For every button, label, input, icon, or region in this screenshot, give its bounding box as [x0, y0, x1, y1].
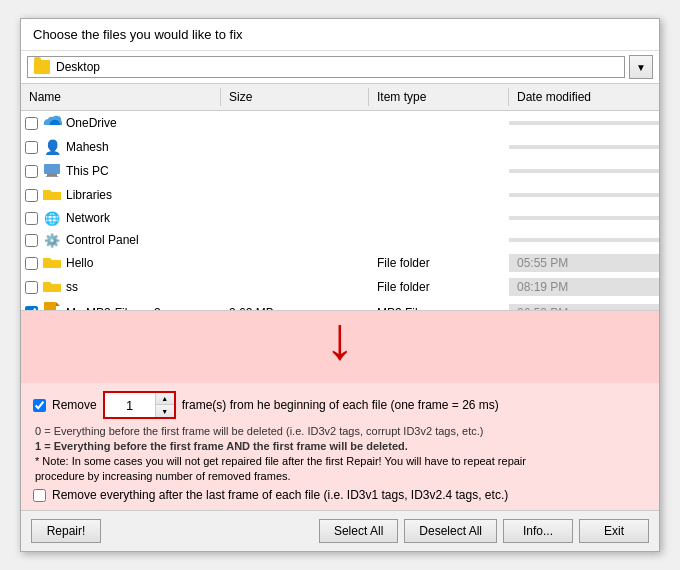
table-row[interactable]: 👤Mahesh	[21, 135, 659, 159]
file-name: Control Panel	[66, 233, 139, 247]
path-text: Desktop	[56, 60, 100, 74]
deselect-all-button[interactable]: Deselect All	[404, 519, 497, 543]
name-cell: 👤Mahesh	[21, 136, 221, 158]
spinner-buttons: ▲ ▼	[155, 393, 174, 417]
name-cell: Hello	[21, 252, 221, 274]
file-list: OneDrive👤Mahesh This PC Libraries🌐Networ…	[21, 111, 659, 311]
table-row[interactable]: This PC	[21, 159, 659, 183]
network-icon: 🌐	[42, 210, 62, 226]
svg-rect-0	[44, 164, 60, 174]
remove-frames-checkbox[interactable]	[33, 399, 46, 412]
file-type	[369, 145, 509, 149]
file-date: 06:53 PM	[509, 304, 659, 312]
file-date	[509, 121, 659, 125]
name-cell: ⚙️Control Panel	[21, 230, 221, 250]
table-row[interactable]: ⚙️Control Panel	[21, 229, 659, 251]
remove-last-checkbox[interactable]	[33, 489, 46, 502]
file-name: Mahesh	[66, 140, 109, 154]
svg-rect-2	[46, 176, 58, 177]
svg-rect-5	[43, 284, 61, 292]
file-date: 05:55 PM	[509, 254, 659, 272]
file-type	[369, 169, 509, 173]
file-type	[369, 238, 509, 242]
folder-icon	[42, 186, 62, 204]
file-size	[221, 261, 369, 265]
file-name: Network	[66, 211, 110, 225]
name-cell: 🌐Network	[21, 208, 221, 228]
file-size	[221, 121, 369, 125]
row-checkbox[interactable]	[25, 212, 38, 225]
file-name: Hello	[66, 256, 93, 270]
file-date	[509, 145, 659, 149]
table-row[interactable]: Libraries	[21, 183, 659, 207]
file-date	[509, 216, 659, 220]
file-type: MP3 File	[369, 304, 509, 312]
row-checkbox[interactable]	[25, 117, 38, 130]
file-size	[221, 169, 369, 173]
svg-marker-7	[56, 302, 60, 306]
file-type: File folder	[369, 254, 509, 272]
row-checkbox[interactable]	[25, 189, 38, 202]
file-type: File folder	[369, 278, 509, 296]
file-size	[221, 193, 369, 197]
folder-icon	[34, 60, 50, 74]
spinner-up[interactable]: ▲	[156, 393, 174, 405]
footer-right: Select All Deselect All Info... Exit	[319, 519, 649, 543]
name-cell: OneDrive	[21, 112, 221, 134]
table-row[interactable]: MP3 My-MP3-File.mp33.62 MBMP3 File06:53 …	[21, 299, 659, 311]
row-checkbox[interactable]	[25, 141, 38, 154]
spinner-down[interactable]: ▼	[156, 405, 174, 417]
row-checkbox[interactable]	[25, 281, 38, 294]
frames-value[interactable]	[105, 396, 155, 415]
arrow-container: ↑	[21, 311, 659, 383]
table-row[interactable]: OneDrive	[21, 111, 659, 135]
repair-button[interactable]: Repair!	[31, 519, 101, 543]
file-date	[509, 238, 659, 242]
info-button[interactable]: Info...	[503, 519, 573, 543]
file-list-container: OneDrive👤Mahesh This PC Libraries🌐Networ…	[21, 111, 659, 311]
info-line-4: procedure by increasing number of remove…	[33, 470, 647, 482]
svg-rect-4	[43, 260, 61, 268]
footer-left: Repair!	[31, 519, 101, 543]
remove-last-row: Remove everything after the last frame o…	[33, 488, 647, 502]
folder-icon	[42, 254, 62, 272]
control-icon: ⚙️	[42, 232, 62, 248]
file-type	[369, 121, 509, 125]
file-type	[369, 193, 509, 197]
onedrive-icon	[42, 114, 62, 132]
after-spinner-text: frame(s) from he beginning of each file …	[182, 398, 499, 412]
svg-rect-1	[47, 174, 57, 176]
exit-button[interactable]: Exit	[579, 519, 649, 543]
remove-label: Remove	[52, 398, 97, 412]
file-name: OneDrive	[66, 116, 117, 130]
info-line-2: 1 = Everything before the first frame AN…	[33, 440, 647, 452]
row-checkbox[interactable]	[25, 234, 38, 247]
col-item-type: Item type	[369, 88, 509, 106]
row-checkbox[interactable]	[25, 257, 38, 270]
file-size: 3.62 MB	[221, 304, 369, 312]
file-date	[509, 169, 659, 173]
down-arrow-icon: ↑	[325, 317, 355, 377]
user-icon: 👤	[42, 138, 62, 156]
name-cell: MP3 My-MP3-File.mp3	[21, 300, 221, 311]
info-line-3: * Note: In some cases you will not get r…	[33, 455, 647, 467]
path-bar[interactable]: Desktop	[27, 56, 625, 78]
file-size	[221, 216, 369, 220]
name-cell: This PC	[21, 160, 221, 182]
mp3-icon: MP3	[42, 302, 62, 311]
file-size	[221, 285, 369, 289]
row-checkbox[interactable]	[25, 165, 38, 178]
file-name: Libraries	[66, 188, 112, 202]
select-all-button[interactable]: Select All	[319, 519, 398, 543]
col-date: Date modified	[509, 88, 659, 106]
bottom-section: Remove ▲ ▼ frame(s) from he beginning of…	[21, 383, 659, 510]
svg-rect-3	[43, 192, 61, 200]
file-name: This PC	[66, 164, 109, 178]
table-row[interactable]: ssFile folder08:19 PM	[21, 275, 659, 299]
remove-frames-row: Remove ▲ ▼ frame(s) from he beginning of…	[33, 391, 647, 419]
frames-spinner[interactable]: ▲ ▼	[103, 391, 176, 419]
remove-last-label: Remove everything after the last frame o…	[52, 488, 508, 502]
path-dropdown-button[interactable]: ▼	[629, 55, 653, 79]
table-row[interactable]: HelloFile folder05:55 PM	[21, 251, 659, 275]
table-row[interactable]: 🌐Network	[21, 207, 659, 229]
